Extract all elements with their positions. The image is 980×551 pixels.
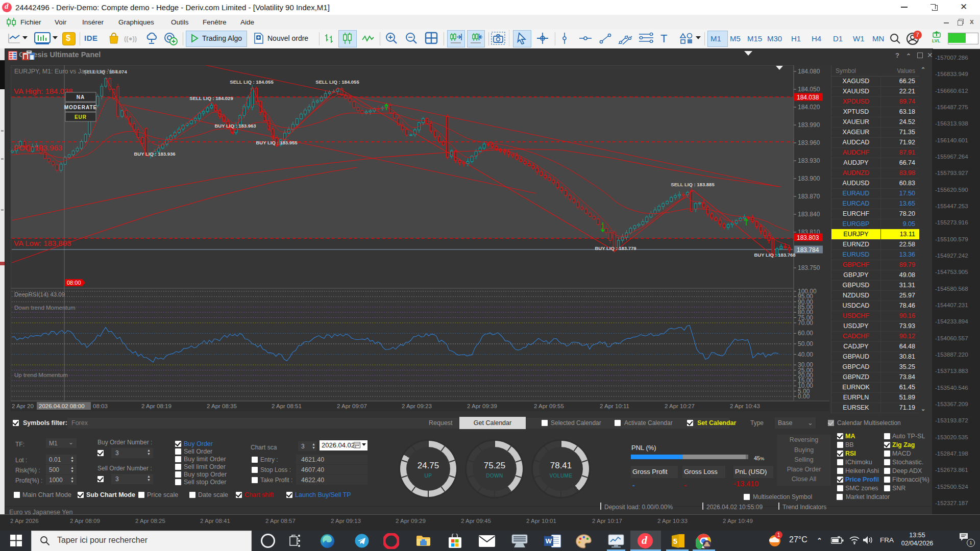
svg-text:VA High: 184.038: VA High: 184.038	[14, 87, 73, 95]
svg-text:BUY LIQ : 183.963: BUY LIQ : 183.963	[214, 123, 256, 129]
svg-text:2 Apr 08:35: 2 Apr 08:35	[207, 403, 237, 409]
svg-text:70.00: 70.00	[798, 319, 813, 327]
svg-text:50.00: 50.00	[798, 340, 813, 347]
svg-text:Up trend Momentum: Up trend Momentum	[14, 372, 68, 378]
svg-text:183.840: 183.840	[798, 211, 820, 218]
svg-text:2026.04.02 08:00: 2026.04.02 08:00	[39, 403, 85, 409]
svg-text:184.050: 184.050	[798, 86, 820, 93]
svg-text:W: W	[546, 537, 552, 545]
svg-text:EURJPY, M1: Euro vs Japanese: EURJPY, M1: Euro vs Japanese Yen	[14, 68, 118, 75]
svg-text:183.784: 183.784	[797, 246, 819, 254]
svg-text:SELL LIQ : 184.055: SELL LIQ : 184.055	[315, 79, 359, 85]
svg-text:NA: NA	[77, 94, 85, 100]
svg-text:SELL LIQ : 184.055: SELL LIQ : 184.055	[230, 79, 274, 85]
svg-text:2 Apr 09:07: 2 Apr 09:07	[337, 403, 367, 409]
svg-text:40.00: 40.00	[798, 351, 813, 358]
svg-text:2 Apr 08:51: 2 Apr 08:51	[272, 403, 302, 409]
svg-text:BUY LIQ : 183.955: BUY LIQ : 183.955	[256, 140, 298, 145]
svg-text:SELL LIQ : 184.029: SELL LIQ : 184.029	[189, 95, 233, 101]
svg-text:BUY LIQ : 183.779: BUY LIQ : 183.779	[595, 245, 636, 251]
svg-text:DeepRSI(14) 43.09: DeepRSI(14) 43.09	[14, 291, 65, 297]
svg-text:183.900: 183.900	[798, 175, 820, 182]
svg-text:0.00: 0.00	[798, 393, 810, 400]
svg-text:08:00: 08:00	[67, 280, 81, 286]
svg-text:BUY LIQ : 183.936: BUY LIQ : 183.936	[134, 151, 175, 157]
svg-text:2 Apr 10:27: 2 Apr 10:27	[665, 403, 695, 409]
svg-text:5: 5	[673, 537, 677, 545]
svg-text:183.960: 183.960	[798, 139, 820, 146]
svg-text:2 Apr 10:43: 2 Apr 10:43	[730, 403, 760, 409]
svg-text:EUR: EUR	[75, 114, 87, 120]
svg-text:183.870: 183.870	[798, 193, 820, 200]
svg-text:Down trend Momentum: Down trend Momentum	[14, 305, 76, 311]
svg-text:SELL LIQ : 183.885: SELL LIQ : 183.885	[671, 182, 715, 187]
svg-text:183.750: 183.750	[798, 264, 820, 271]
svg-text:POC: 183.963: POC: 183.963	[14, 143, 62, 152]
svg-text:2 Apr 08:19: 2 Apr 08:19	[141, 403, 172, 409]
svg-text:2 Apr 09:55: 2 Apr 09:55	[534, 403, 564, 409]
svg-text:183.930: 183.930	[798, 157, 820, 164]
svg-text:183.803: 183.803	[797, 234, 819, 241]
svg-text:MODERATE: MODERATE	[64, 105, 97, 110]
svg-text:184.038: 184.038	[797, 94, 819, 101]
svg-text:VA Low: 183.803: VA Low: 183.803	[14, 239, 71, 247]
svg-text:2 Apr 10:11: 2 Apr 10:11	[600, 403, 629, 409]
svg-text:BUY LIQ : 183.768: BUY LIQ : 183.768	[754, 252, 795, 258]
svg-text:08:03: 08:03	[93, 403, 108, 409]
svg-text:184.020: 184.020	[798, 104, 820, 111]
svg-text:2 Apr 09:23: 2 Apr 09:23	[402, 403, 432, 409]
svg-text:2 Apr 20: 2 Apr 20	[12, 403, 34, 409]
svg-text:2 Apr 09:39: 2 Apr 09:39	[467, 403, 497, 409]
svg-text:184.080: 184.080	[798, 68, 820, 75]
svg-text:60.00: 60.00	[798, 330, 813, 337]
svg-text:183.990: 183.990	[798, 121, 820, 129]
